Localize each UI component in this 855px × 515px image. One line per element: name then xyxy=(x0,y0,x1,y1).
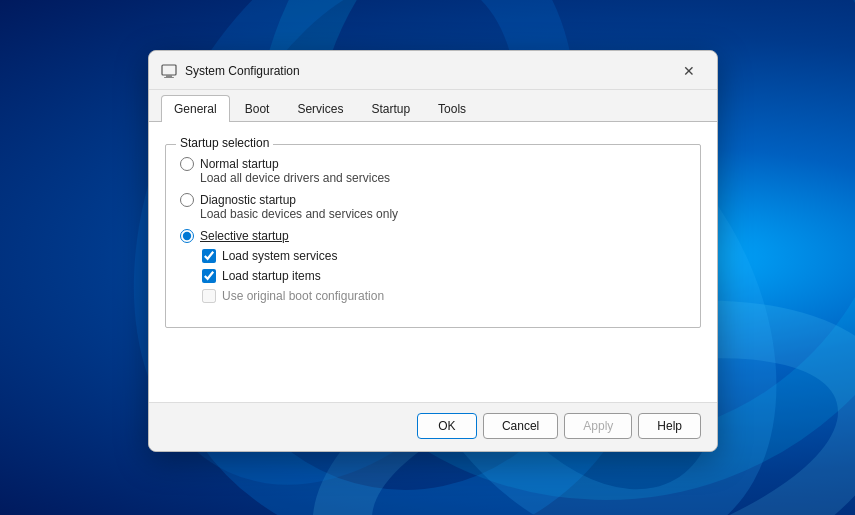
startup-selection-group: Startup selection Normal startup Load al… xyxy=(165,144,701,328)
normal-startup-desc: Load all device drivers and services xyxy=(200,171,686,185)
normal-startup-radio[interactable] xyxy=(180,157,194,171)
tab-content: Startup selection Normal startup Load al… xyxy=(149,122,717,402)
load-system-services-row: Load system services xyxy=(202,249,686,263)
use-original-boot-label: Use original boot configuration xyxy=(222,289,384,303)
diagnostic-startup-desc: Load basic devices and services only xyxy=(200,207,686,221)
ok-button[interactable]: OK xyxy=(417,413,477,439)
dialog-title: System Configuration xyxy=(185,64,675,78)
apply-button[interactable]: Apply xyxy=(564,413,632,439)
tab-bar: General Boot Services Startup Tools xyxy=(149,90,717,122)
normal-startup-label[interactable]: Normal startup xyxy=(180,157,686,171)
tab-general[interactable]: General xyxy=(161,95,230,122)
use-original-boot-checkbox xyxy=(202,289,216,303)
cancel-button[interactable]: Cancel xyxy=(483,413,558,439)
diagnostic-startup-radio[interactable] xyxy=(180,193,194,207)
tab-services[interactable]: Services xyxy=(284,95,356,122)
normal-startup-text: Normal startup xyxy=(200,157,279,171)
title-bar: System Configuration ✕ xyxy=(149,51,717,90)
diagnostic-startup-option: Diagnostic startup Load basic devices an… xyxy=(180,193,686,221)
system-configuration-dialog: System Configuration ✕ General Boot Serv… xyxy=(148,50,718,452)
tab-tools[interactable]: Tools xyxy=(425,95,479,122)
selective-startup-radio[interactable] xyxy=(180,229,194,243)
dialog-footer: OK Cancel Apply Help xyxy=(149,402,717,451)
tab-startup[interactable]: Startup xyxy=(358,95,423,122)
tab-boot[interactable]: Boot xyxy=(232,95,283,122)
computer-icon xyxy=(161,63,177,79)
close-button[interactable]: ✕ xyxy=(675,61,703,81)
load-startup-items-checkbox[interactable] xyxy=(202,269,216,283)
use-original-boot-row: Use original boot configuration xyxy=(202,289,686,303)
svg-rect-1 xyxy=(166,75,172,77)
load-system-services-label: Load system services xyxy=(222,249,337,263)
selective-startup-label[interactable]: Selective startup xyxy=(180,229,686,243)
selective-startup-text: Selective startup xyxy=(200,229,289,243)
load-startup-items-label: Load startup items xyxy=(222,269,321,283)
diagnostic-startup-label[interactable]: Diagnostic startup xyxy=(180,193,686,207)
selective-startup-option: Selective startup Load system services L… xyxy=(180,229,686,303)
diagnostic-startup-text: Diagnostic startup xyxy=(200,193,296,207)
svg-rect-2 xyxy=(164,77,174,78)
load-startup-items-row: Load startup items xyxy=(202,269,686,283)
help-button[interactable]: Help xyxy=(638,413,701,439)
normal-startup-option: Normal startup Load all device drivers a… xyxy=(180,157,686,185)
section-legend: Startup selection xyxy=(176,136,273,150)
svg-rect-0 xyxy=(162,65,176,75)
load-system-services-checkbox[interactable] xyxy=(202,249,216,263)
